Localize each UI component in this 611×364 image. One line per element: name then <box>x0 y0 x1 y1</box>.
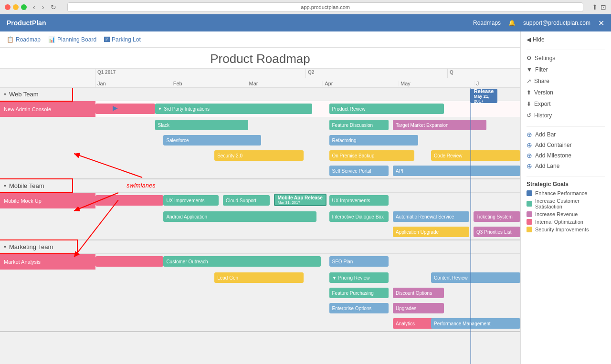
nav-roadmaps[interactable]: Roadmaps <box>473 20 501 26</box>
bar[interactable]: UX Improvements <box>163 195 219 206</box>
bar[interactable]: Enterprise Options <box>329 303 389 313</box>
sidebar-share[interactable]: ↗ Share <box>527 77 605 85</box>
back-button[interactable]: ‹ <box>31 2 38 12</box>
marketing-team-swimlane: ▾ Marketing Team Market Analysis Custome… <box>0 240 520 332</box>
roadmap-tab[interactable]: 📋 Roadmap <box>7 36 41 43</box>
plus-icon: ⊕ <box>527 141 532 149</box>
goal-label-security: Security Improvements <box>535 227 589 232</box>
version-icon: ⬆ <box>527 89 531 96</box>
lane-row: New Admin Console ▶ ▼3rd Party Integrati… <box>0 101 520 117</box>
share-label: Share <box>534 78 549 84</box>
bar[interactable]: Code Review <box>431 150 520 161</box>
bar[interactable] <box>95 104 155 114</box>
mar-col: Mar <box>247 81 323 86</box>
goal-color-enhance <box>527 190 532 196</box>
bar[interactable]: UX Improvements <box>329 195 389 206</box>
marketing-team-toggle[interactable]: ▾ <box>4 244 6 250</box>
bar[interactable]: Cloud Support <box>223 195 270 206</box>
sidebar-version[interactable]: ⬆ Version <box>527 88 605 97</box>
export-label: Export <box>534 101 551 107</box>
bar[interactable]: Security 2.0 <box>214 150 304 161</box>
lane-row: Salesforce Refactoring <box>0 133 520 148</box>
q1-label: Q1 2017 <box>97 70 304 75</box>
bar[interactable]: Application Upgrade <box>393 227 469 237</box>
bar[interactable]: Android Application <box>163 211 316 222</box>
bar[interactable]: Interactive Dialogue Box <box>329 211 389 222</box>
bar[interactable]: Performance Management <box>431 318 520 329</box>
bar[interactable]: SEO Plan <box>329 256 389 267</box>
bar[interactable]: Discount Options <box>393 288 444 298</box>
bar[interactable]: Lead Gen <box>214 272 304 283</box>
share-icon[interactable]: ⬆ <box>592 3 598 11</box>
maximize-dot[interactable] <box>21 4 27 10</box>
sidebar-export[interactable]: ⬇ Export <box>527 100 605 108</box>
bar[interactable]: Slack <box>155 120 249 130</box>
parking-lot-tab[interactable]: 🅿 Parking Lot <box>104 36 141 43</box>
add-bar-btn[interactable]: ⊕ Add Bar <box>527 131 605 138</box>
lane-row: Android Application Interactive Dialogue… <box>0 209 520 224</box>
planning-board-tab[interactable]: 📊 Planning Board <box>48 36 96 43</box>
add-container-btn[interactable]: ⊕ Add Container <box>527 141 605 149</box>
bar[interactable]: Automatic Renewal Service <box>393 211 469 222</box>
refresh-button[interactable]: ↻ <box>48 2 59 12</box>
strategic-goals-section: Strategic Goals Enhance Performance Incr… <box>527 181 605 232</box>
sidebar-history[interactable]: ↺ History <box>527 111 605 120</box>
mobile-release-bar[interactable]: Mobile App Release Mar 31, 2017 <box>274 194 327 206</box>
lane-label <box>0 316 95 331</box>
add-lane-btn[interactable]: ⊕ Add Lane <box>527 162 605 170</box>
lane-header-spacer <box>0 69 95 87</box>
app-bar-right: Roadmaps 🔔 support@productplan.com ✕ <box>473 19 604 28</box>
browser-url[interactable]: app.productplan.com <box>67 2 583 12</box>
bar[interactable]: Target Market Expansion <box>393 120 486 130</box>
close-dot[interactable] <box>5 4 11 10</box>
marketing-team-header[interactable]: ▾ Marketing Team <box>0 240 520 254</box>
bar[interactable]: ▼Pricing Review <box>329 272 389 283</box>
bar[interactable]: Self Service Portal <box>329 166 389 176</box>
bar[interactable]: Ticketing System <box>474 211 520 222</box>
q2-header: Q2 <box>306 69 448 78</box>
bar[interactable]: Customer Outreach <box>163 256 320 267</box>
sidebar-settings[interactable]: ⚙ Settings <box>527 54 605 62</box>
fullscreen-icon[interactable]: ⊡ <box>600 3 606 11</box>
bar[interactable]: On Premise Backup <box>329 150 414 161</box>
bar[interactable]: Feature Purchasing <box>329 288 389 298</box>
bar[interactable]: API <box>393 166 520 176</box>
hide-toggle[interactable]: ◀ Hide <box>527 36 605 43</box>
plus-icon: ⊕ <box>527 131 532 138</box>
lane-content: Analytics Performance Management <box>95 316 520 331</box>
bell-icon[interactable]: 🔔 <box>508 20 516 26</box>
bar[interactable]: Content Review <box>431 272 520 283</box>
bar[interactable] <box>95 256 163 267</box>
lane-content: Lead Gen ▼Pricing Review Content Review <box>95 270 520 285</box>
lane-row: Analytics Performance Management <box>0 316 520 331</box>
web-team-toggle[interactable]: ▾ <box>4 92 6 97</box>
app-logo: ProductPlan <box>7 19 473 27</box>
user-email[interactable]: support@productplan.com <box>523 20 590 26</box>
bar[interactable]: Feature Discussion <box>329 120 389 130</box>
filter-label: Filter <box>535 66 548 73</box>
mobile-team-toggle[interactable]: ▾ <box>4 183 6 188</box>
sidebar-filter[interactable]: ▼ Filter <box>527 65 605 74</box>
bar[interactable]: Upgrades <box>393 303 444 313</box>
goal-label-enhance: Enhance Performance <box>535 190 587 196</box>
bar[interactable] <box>95 195 163 206</box>
goal-label-internal: Internal Optimization <box>535 219 583 225</box>
bar[interactable]: Refactoring <box>329 135 419 146</box>
sidebar-divider-3 <box>527 177 605 177</box>
bar[interactable]: Product Review <box>329 104 444 114</box>
web-team-header[interactable]: ▾ Web Team <box>0 88 520 101</box>
forward-button[interactable]: › <box>40 2 47 12</box>
goal-color-customer <box>527 201 532 207</box>
bar[interactable]: Q3 Priorities List <box>474 227 520 237</box>
bar[interactable]: ▼3rd Party Integrations <box>155 104 312 114</box>
bar[interactable]: Salesforce <box>163 135 261 146</box>
sidebar-divider-2 <box>527 126 605 127</box>
add-milestone-btn[interactable]: ⊕ Add Milestone <box>527 152 605 159</box>
feb-col: Feb <box>171 81 247 86</box>
minimize-dot[interactable] <box>13 4 19 10</box>
lane-row: Security 2.0 On Premise Backup Code Revi… <box>0 148 520 163</box>
mobile-team-header[interactable]: ▾ Mobile Team <box>0 179 520 193</box>
close-icon[interactable]: ✕ <box>598 19 604 28</box>
lane-content: Self Service Portal API <box>95 163 520 178</box>
lane-row: Self Service Portal API <box>0 163 520 178</box>
